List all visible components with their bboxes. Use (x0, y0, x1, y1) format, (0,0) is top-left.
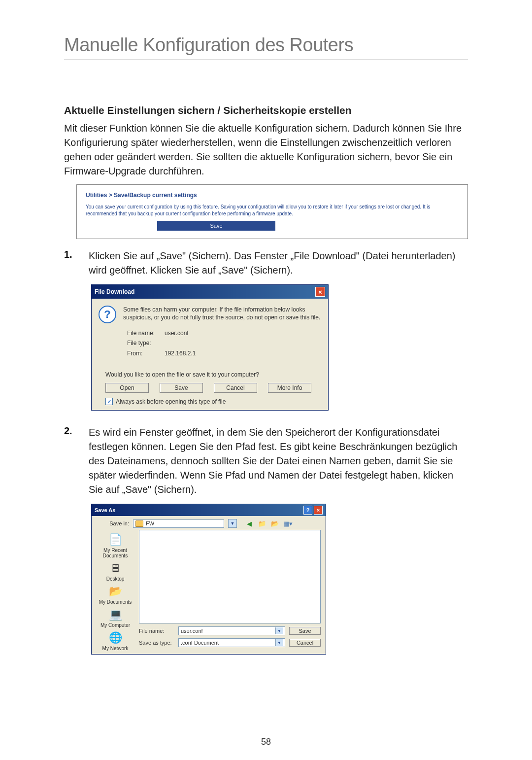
dialog-title: File Download (95, 288, 134, 295)
title-rule (64, 60, 468, 60)
always-ask-checkbox[interactable]: ✓ (105, 398, 113, 405)
up-one-level-icon[interactable]: 📁 (258, 519, 266, 528)
page-title: Manuelle Konfiguration des Routers (64, 35, 468, 56)
place-computer[interactable]: 💻My Computer (92, 607, 139, 629)
question-icon: ? (99, 306, 116, 323)
page-number: 58 (0, 737, 532, 747)
save-button[interactable]: Save (289, 627, 321, 635)
save-as-type-label: Save as type: (139, 640, 174, 646)
dialog-titlebar: Save As ? × (92, 504, 326, 516)
filename-input[interactable]: user.conf▼ (178, 626, 285, 635)
step-text: Es wird ein Fenster geöffnet, in dem Sie… (89, 425, 468, 497)
open-or-save-question: Would you like to open the file or save … (105, 371, 321, 378)
cancel-button[interactable]: Cancel (214, 383, 257, 393)
step-number: 2. (64, 425, 75, 497)
save-in-dropdown[interactable]: FW (133, 519, 224, 528)
save-button[interactable]: Save (157, 221, 275, 231)
dialog-title: Save As (95, 507, 115, 513)
desktop-icon: 🖥 (107, 561, 123, 575)
open-button[interactable]: Open (105, 383, 149, 393)
place-desktop[interactable]: 🖥Desktop (92, 560, 139, 583)
close-icon[interactable]: × (314, 506, 323, 515)
chevron-down-icon[interactable]: ▼ (275, 627, 283, 634)
views-icon[interactable]: ▦▾ (283, 519, 292, 528)
chevron-down-icon[interactable]: ▼ (228, 519, 237, 528)
network-icon: 🌐 (107, 631, 123, 645)
from-value: 192.168.2.1 (165, 348, 196, 358)
filename-value: user.conf (165, 328, 189, 338)
utilities-breadcrumb: Utilities > Save/Backup current settings (86, 192, 459, 199)
recent-documents-icon: 📄 (107, 533, 123, 547)
from-label: From: (127, 348, 160, 358)
place-recent[interactable]: 📄My Recent Documents (92, 532, 139, 559)
always-ask-label: Always ask before opening this type of f… (116, 398, 226, 405)
folder-name: FW (146, 520, 154, 526)
step-text: Klicken Sie auf „Save" (Sichern). Das Fe… (89, 249, 468, 277)
save-as-type-dropdown[interactable]: .conf Document▼ (178, 638, 285, 647)
new-folder-icon[interactable]: 📂 (270, 519, 279, 528)
file-download-dialog: File Download × ? Some files can harm yo… (91, 284, 329, 411)
save-as-dialog: Save As ? × Save in: FW ▼ ◀ 📁 📂 ▦▾ 📄My R… (91, 504, 326, 655)
back-icon[interactable]: ◀ (245, 519, 254, 528)
computer-icon: 💻 (107, 608, 123, 622)
section-heading: Aktuelle Einstellungen sichern / Sicherh… (64, 104, 468, 116)
close-icon[interactable]: × (315, 287, 325, 297)
documents-icon: 📂 (107, 585, 123, 598)
folder-icon (135, 520, 143, 527)
save-button[interactable]: Save (160, 383, 203, 393)
help-icon[interactable]: ? (303, 506, 312, 515)
utilities-panel: Utilities > Save/Backup current settings… (76, 184, 468, 239)
places-bar: 📄My Recent Documents 🖥Desktop 📂My Docume… (92, 530, 139, 654)
place-documents[interactable]: 📂My Documents (92, 584, 139, 606)
step-number: 1. (64, 249, 75, 277)
file-list[interactable] (139, 530, 321, 623)
filetype-label: File type: (127, 338, 160, 348)
dialog-titlebar: File Download × (92, 285, 328, 299)
utilities-description: You can save your current configuration … (86, 204, 459, 217)
filename-label: File name: (139, 628, 174, 634)
warning-text: Some files can harm your computer. If th… (123, 306, 321, 321)
intro-paragraph: Mit dieser Funktion können Sie die aktue… (64, 121, 468, 178)
step-1: 1. Klicken Sie auf „Save" (Sichern). Das… (64, 249, 468, 277)
save-in-label: Save in: (100, 520, 129, 526)
place-network[interactable]: 🌐My Network (92, 630, 139, 652)
step-2: 2. Es wird ein Fenster geöffnet, in dem … (64, 425, 468, 497)
more-info-button[interactable]: More Info (268, 383, 311, 393)
chevron-down-icon[interactable]: ▼ (275, 639, 283, 646)
filename-label: File name: (127, 328, 160, 338)
cancel-button[interactable]: Cancel (289, 639, 321, 647)
